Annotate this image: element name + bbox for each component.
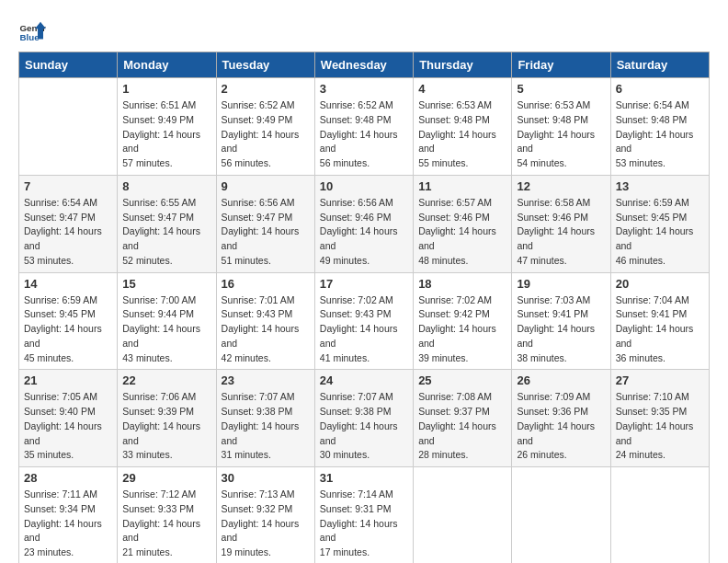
- day-number: 20: [616, 277, 704, 291]
- day-number: 11: [418, 179, 506, 193]
- day-number: 16: [222, 277, 310, 291]
- calendar-cell: 10Sunrise: 6:56 AMSunset: 9:46 PMDayligh…: [314, 175, 413, 272]
- day-info: Sunrise: 6:59 AMSunset: 9:45 PMDaylight:…: [616, 196, 704, 269]
- day-info: Sunrise: 7:06 AMSunset: 9:39 PMDaylight:…: [122, 390, 210, 463]
- day-info: Sunrise: 7:05 AMSunset: 9:40 PMDaylight:…: [24, 390, 112, 463]
- day-number: 13: [616, 179, 704, 193]
- calendar-cell: 22Sunrise: 7:06 AMSunset: 9:39 PMDayligh…: [118, 370, 216, 467]
- day-number: 25: [418, 373, 506, 387]
- day-info: Sunrise: 6:59 AMSunset: 9:45 PMDaylight:…: [24, 293, 112, 366]
- day-info: Sunrise: 7:03 AMSunset: 9:41 PMDaylight:…: [517, 293, 605, 366]
- day-info: Sunrise: 7:13 AMSunset: 9:32 PMDaylight:…: [222, 488, 310, 560]
- weekday-header: Wednesday: [314, 52, 413, 78]
- calendar-week-row: 14Sunrise: 6:59 AMSunset: 9:45 PMDayligh…: [19, 272, 710, 370]
- calendar-cell: 5Sunrise: 6:53 AMSunset: 9:48 PMDaylight…: [512, 78, 610, 176]
- weekday-header: Saturday: [610, 52, 709, 78]
- calendar-cell: 31Sunrise: 7:14 AMSunset: 9:31 PMDayligh…: [314, 467, 413, 564]
- header-row: SundayMondayTuesdayWednesdayThursdayFrid…: [19, 52, 710, 78]
- svg-text:Blue: Blue: [20, 32, 40, 42]
- day-info: Sunrise: 6:57 AMSunset: 9:46 PMDaylight:…: [418, 196, 506, 269]
- header: General Blue: [18, 18, 710, 46]
- calendar-week-row: 28Sunrise: 7:11 AMSunset: 9:34 PMDayligh…: [19, 467, 710, 564]
- calendar-cell: 8Sunrise: 6:55 AMSunset: 9:47 PMDaylight…: [118, 175, 216, 272]
- day-info: Sunrise: 6:53 AMSunset: 9:48 PMDaylight:…: [418, 98, 506, 171]
- day-info: Sunrise: 6:56 AMSunset: 9:46 PMDaylight:…: [320, 196, 408, 269]
- day-info: Sunrise: 6:54 AMSunset: 9:48 PMDaylight:…: [616, 98, 704, 171]
- calendar-cell: 7Sunrise: 6:54 AMSunset: 9:47 PMDaylight…: [19, 175, 118, 272]
- day-info: Sunrise: 6:52 AMSunset: 9:48 PMDaylight:…: [320, 98, 408, 171]
- day-number: 7: [24, 179, 112, 193]
- day-number: 5: [517, 82, 605, 96]
- day-number: 24: [320, 373, 408, 387]
- weekday-header: Monday: [118, 52, 216, 78]
- day-info: Sunrise: 7:07 AMSunset: 9:38 PMDaylight:…: [320, 390, 408, 463]
- day-number: 28: [24, 471, 112, 485]
- calendar-cell: 11Sunrise: 6:57 AMSunset: 9:46 PMDayligh…: [414, 175, 512, 272]
- logo-icon: General Blue: [18, 18, 46, 46]
- day-number: 17: [320, 277, 408, 291]
- weekday-header: Thursday: [414, 52, 512, 78]
- day-info: Sunrise: 7:08 AMSunset: 9:37 PMDaylight:…: [418, 390, 506, 463]
- day-number: 22: [122, 373, 210, 387]
- calendar-cell: 14Sunrise: 6:59 AMSunset: 9:45 PMDayligh…: [19, 272, 118, 370]
- day-number: 4: [418, 82, 506, 96]
- calendar-cell: 28Sunrise: 7:11 AMSunset: 9:34 PMDayligh…: [19, 467, 118, 564]
- day-number: 1: [122, 82, 210, 96]
- day-info: Sunrise: 7:14 AMSunset: 9:31 PMDaylight:…: [320, 488, 408, 560]
- calendar-cell: 20Sunrise: 7:04 AMSunset: 9:41 PMDayligh…: [610, 272, 709, 370]
- calendar-cell: 3Sunrise: 6:52 AMSunset: 9:48 PMDaylight…: [314, 78, 413, 176]
- day-number: 30: [222, 471, 310, 485]
- calendar-cell: 17Sunrise: 7:02 AMSunset: 9:43 PMDayligh…: [314, 272, 413, 370]
- calendar-cell: 9Sunrise: 6:56 AMSunset: 9:47 PMDaylight…: [216, 175, 314, 272]
- day-info: Sunrise: 6:58 AMSunset: 9:46 PMDaylight:…: [517, 196, 605, 269]
- calendar-week-row: 7Sunrise: 6:54 AMSunset: 9:47 PMDaylight…: [19, 175, 710, 272]
- calendar-cell: 16Sunrise: 7:01 AMSunset: 9:43 PMDayligh…: [216, 272, 314, 370]
- day-number: 14: [24, 277, 112, 291]
- calendar-cell: 2Sunrise: 6:52 AMSunset: 9:49 PMDaylight…: [216, 78, 314, 176]
- day-info: Sunrise: 6:51 AMSunset: 9:49 PMDaylight:…: [122, 98, 210, 171]
- day-info: Sunrise: 6:53 AMSunset: 9:48 PMDaylight:…: [517, 98, 605, 171]
- day-number: 23: [222, 373, 310, 387]
- day-info: Sunrise: 7:01 AMSunset: 9:43 PMDaylight:…: [222, 293, 310, 366]
- calendar-week-row: 1Sunrise: 6:51 AMSunset: 9:49 PMDaylight…: [19, 78, 710, 176]
- day-number: 9: [222, 179, 310, 193]
- day-number: 8: [122, 179, 210, 193]
- calendar-cell: 13Sunrise: 6:59 AMSunset: 9:45 PMDayligh…: [610, 175, 709, 272]
- day-info: Sunrise: 6:52 AMSunset: 9:49 PMDaylight:…: [222, 98, 310, 171]
- calendar-table: SundayMondayTuesdayWednesdayThursdayFrid…: [18, 52, 710, 563]
- calendar-cell: 23Sunrise: 7:07 AMSunset: 9:38 PMDayligh…: [216, 370, 314, 467]
- day-info: Sunrise: 6:56 AMSunset: 9:47 PMDaylight:…: [222, 196, 310, 269]
- calendar-cell: 15Sunrise: 7:00 AMSunset: 9:44 PMDayligh…: [118, 272, 216, 370]
- day-number: 26: [517, 373, 605, 387]
- day-number: 3: [320, 82, 408, 96]
- day-info: Sunrise: 7:02 AMSunset: 9:42 PMDaylight:…: [418, 293, 506, 366]
- day-info: Sunrise: 6:54 AMSunset: 9:47 PMDaylight:…: [24, 196, 112, 269]
- day-info: Sunrise: 7:07 AMSunset: 9:38 PMDaylight:…: [222, 390, 310, 463]
- weekday-header: Tuesday: [216, 52, 314, 78]
- calendar-cell: 26Sunrise: 7:09 AMSunset: 9:36 PMDayligh…: [512, 370, 610, 467]
- weekday-header: Friday: [512, 52, 610, 78]
- day-number: 2: [222, 82, 310, 96]
- calendar-cell: [610, 467, 709, 564]
- day-number: 27: [616, 373, 704, 387]
- day-info: Sunrise: 7:10 AMSunset: 9:35 PMDaylight:…: [616, 390, 704, 463]
- logo: General Blue: [18, 18, 46, 46]
- calendar-week-row: 21Sunrise: 7:05 AMSunset: 9:40 PMDayligh…: [19, 370, 710, 467]
- calendar-cell: 27Sunrise: 7:10 AMSunset: 9:35 PMDayligh…: [610, 370, 709, 467]
- calendar-cell: [414, 467, 512, 564]
- calendar-cell: 30Sunrise: 7:13 AMSunset: 9:32 PMDayligh…: [216, 467, 314, 564]
- calendar-cell: 25Sunrise: 7:08 AMSunset: 9:37 PMDayligh…: [414, 370, 512, 467]
- calendar-cell: 4Sunrise: 6:53 AMSunset: 9:48 PMDaylight…: [414, 78, 512, 176]
- day-number: 19: [517, 277, 605, 291]
- weekday-header: Sunday: [19, 52, 118, 78]
- calendar-cell: 1Sunrise: 6:51 AMSunset: 9:49 PMDaylight…: [118, 78, 216, 176]
- calendar-cell: 29Sunrise: 7:12 AMSunset: 9:33 PMDayligh…: [118, 467, 216, 564]
- day-info: Sunrise: 7:09 AMSunset: 9:36 PMDaylight:…: [517, 390, 605, 463]
- calendar-cell: 12Sunrise: 6:58 AMSunset: 9:46 PMDayligh…: [512, 175, 610, 272]
- calendar-cell: 6Sunrise: 6:54 AMSunset: 9:48 PMDaylight…: [610, 78, 709, 176]
- calendar-cell: 18Sunrise: 7:02 AMSunset: 9:42 PMDayligh…: [414, 272, 512, 370]
- day-number: 12: [517, 179, 605, 193]
- day-number: 29: [122, 471, 210, 485]
- day-info: Sunrise: 7:00 AMSunset: 9:44 PMDaylight:…: [122, 293, 210, 366]
- calendar-cell: 21Sunrise: 7:05 AMSunset: 9:40 PMDayligh…: [19, 370, 118, 467]
